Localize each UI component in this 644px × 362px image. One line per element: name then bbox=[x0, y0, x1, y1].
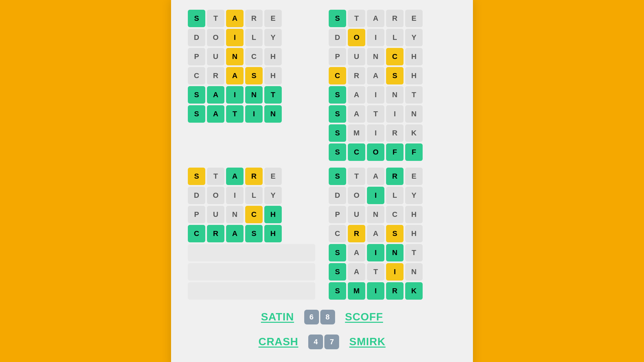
cell-top-right-3-1: R bbox=[348, 67, 365, 84]
cell-top-right-0-4: E bbox=[405, 10, 423, 27]
cell-top-right-6-4: K bbox=[405, 124, 423, 142]
cell-bottom-left-1-2: I bbox=[226, 187, 244, 204]
cell-bottom-right-0-1: T bbox=[348, 168, 365, 185]
score-7: 7 bbox=[324, 335, 339, 349]
cell-top-right-3-2: A bbox=[367, 67, 384, 84]
cell-bottom-right-1-1: O bbox=[348, 187, 365, 204]
grid-bottom-right-row-2: PUNCH bbox=[329, 206, 456, 223]
empty-bar bbox=[188, 244, 315, 261]
scores-47: 4 7 bbox=[308, 335, 339, 349]
cell-top-right-2-1: U bbox=[348, 48, 365, 65]
cell-top-right-5-4: N bbox=[405, 105, 423, 123]
cell-bottom-left-3-4: H bbox=[264, 225, 282, 242]
grid-bottom-left-row-0: STARE bbox=[188, 168, 315, 185]
grid-top-right-row-0: STARE bbox=[329, 10, 456, 27]
cell-top-left-0-4: E bbox=[264, 10, 282, 27]
cell-bottom-right-0-4: E bbox=[405, 168, 423, 185]
cell-top-right-7-1: C bbox=[348, 143, 365, 161]
cell-bottom-right-1-0: D bbox=[329, 187, 346, 204]
cell-bottom-right-6-1: M bbox=[348, 282, 365, 300]
grids-container: STAREDOILYPUNCHCRASHSAINTSATINSTAREDOILY… bbox=[188, 10, 456, 300]
empty-bar bbox=[188, 282, 315, 300]
word-satin: SATIN bbox=[261, 311, 294, 323]
cell-top-left-0-3: R bbox=[245, 10, 263, 27]
cell-bottom-right-0-0: S bbox=[329, 168, 346, 185]
grid-top-left-row-5: SATIN bbox=[188, 105, 315, 123]
cell-top-left-5-1: A bbox=[207, 105, 224, 123]
cell-top-left-5-2: T bbox=[226, 105, 244, 123]
cell-top-right-5-2: T bbox=[367, 105, 384, 123]
cell-top-right-5-0: S bbox=[329, 105, 346, 123]
cell-top-right-1-1: O bbox=[348, 29, 365, 46]
cell-top-right-0-0: S bbox=[329, 10, 346, 27]
cell-top-right-7-2: O bbox=[367, 143, 384, 161]
grid-bottom-left-row-1: DOILY bbox=[188, 187, 315, 204]
cell-top-right-4-4: T bbox=[405, 86, 423, 104]
scores-68: 6 8 bbox=[304, 310, 335, 324]
cell-bottom-right-2-0: P bbox=[329, 206, 346, 223]
cell-top-left-3-3: S bbox=[245, 67, 263, 84]
cell-bottom-left-3-2: A bbox=[226, 225, 244, 242]
cell-top-left-4-1: A bbox=[207, 86, 224, 104]
word-scoff: SCOFF bbox=[345, 311, 383, 323]
grid-top-left: STAREDOILYPUNCHCRASHSAINTSATIN bbox=[188, 10, 315, 161]
grid-top-right-row-5: SATIN bbox=[329, 105, 456, 123]
grid-top-left-row-3: CRASH bbox=[188, 67, 315, 84]
word-smirk: SMIRK bbox=[349, 336, 385, 348]
cell-bottom-right-4-1: A bbox=[348, 244, 365, 261]
empty-row-bottom-left-1 bbox=[188, 263, 315, 281]
grid-top-right: STAREDOILYPUNCHCRASHSAINTSATINSMIRKSCOFF bbox=[329, 10, 456, 161]
cell-bottom-left-1-4: Y bbox=[264, 187, 282, 204]
cell-top-right-6-3: R bbox=[386, 124, 404, 142]
cell-top-left-1-4: Y bbox=[264, 29, 282, 46]
cell-top-right-6-1: M bbox=[348, 124, 365, 142]
cell-top-right-2-2: N bbox=[367, 48, 384, 65]
cell-bottom-right-1-2: I bbox=[367, 187, 384, 204]
grid-top-left-row-0: STARE bbox=[188, 10, 315, 27]
grid-bottom-right-row-1: DOILY bbox=[329, 187, 456, 204]
cell-top-left-0-2: A bbox=[226, 10, 244, 27]
footer-row-1: SATIN 6 8 SCOFF bbox=[188, 310, 456, 324]
cell-top-left-4-4: T bbox=[264, 86, 282, 104]
cell-bottom-right-5-0: S bbox=[329, 263, 346, 281]
cell-bottom-right-4-4: T bbox=[405, 244, 423, 261]
cell-bottom-right-6-0: S bbox=[329, 282, 346, 300]
cell-top-right-4-2: I bbox=[367, 86, 384, 104]
cell-top-left-5-3: I bbox=[245, 105, 263, 123]
grid-bottom-left: STAREDOILYPUNCHCRASH bbox=[188, 168, 315, 300]
footer-section: SATIN 6 8 SCOFF CRASH 4 7 SMIRK bbox=[188, 310, 456, 349]
cell-top-right-2-3: C bbox=[386, 48, 404, 65]
game-card: STAREDOILYPUNCHCRASHSAINTSATINSTAREDOILY… bbox=[171, 0, 473, 362]
cell-bottom-left-1-1: O bbox=[207, 187, 224, 204]
cell-top-left-3-4: H bbox=[264, 67, 282, 84]
grid-bottom-right: STAREDOILYPUNCHCRASHSAINTSATINSMIRK bbox=[329, 168, 456, 300]
cell-top-right-5-1: A bbox=[348, 105, 365, 123]
cell-top-right-2-4: H bbox=[405, 48, 423, 65]
cell-bottom-right-3-3: S bbox=[386, 225, 404, 242]
cell-bottom-left-0-4: E bbox=[264, 168, 282, 185]
cell-top-left-2-2: N bbox=[226, 48, 244, 65]
cell-bottom-right-3-4: H bbox=[405, 225, 423, 242]
cell-top-right-1-2: I bbox=[367, 29, 384, 46]
cell-bottom-left-2-2: N bbox=[226, 206, 244, 223]
grid-top-right-row-3: CRASH bbox=[329, 67, 456, 84]
cell-top-left-3-2: A bbox=[226, 67, 244, 84]
cell-bottom-right-1-4: Y bbox=[405, 187, 423, 204]
empty-row-bottom-left-0 bbox=[188, 244, 315, 261]
cell-top-left-2-1: U bbox=[207, 48, 224, 65]
cell-top-left-1-2: I bbox=[226, 29, 244, 46]
cell-bottom-right-4-0: S bbox=[329, 244, 346, 261]
cell-top-right-7-4: F bbox=[405, 143, 423, 161]
cell-bottom-right-0-3: R bbox=[386, 168, 404, 185]
cell-top-right-0-3: R bbox=[386, 10, 404, 27]
cell-bottom-right-0-2: A bbox=[367, 168, 384, 185]
cell-bottom-left-0-1: T bbox=[207, 168, 224, 185]
grid-top-left-row-1: DOILY bbox=[188, 29, 315, 46]
grid-top-right-row-1: DOILY bbox=[329, 29, 456, 46]
cell-top-right-0-1: T bbox=[348, 10, 365, 27]
grid-bottom-right-row-0: STARE bbox=[329, 168, 456, 185]
grid-top-right-row-4: SAINT bbox=[329, 86, 456, 104]
grid-top-left-row-2: PUNCH bbox=[188, 48, 315, 65]
cell-bottom-right-2-4: H bbox=[405, 206, 423, 223]
cell-top-right-7-3: F bbox=[386, 143, 404, 161]
